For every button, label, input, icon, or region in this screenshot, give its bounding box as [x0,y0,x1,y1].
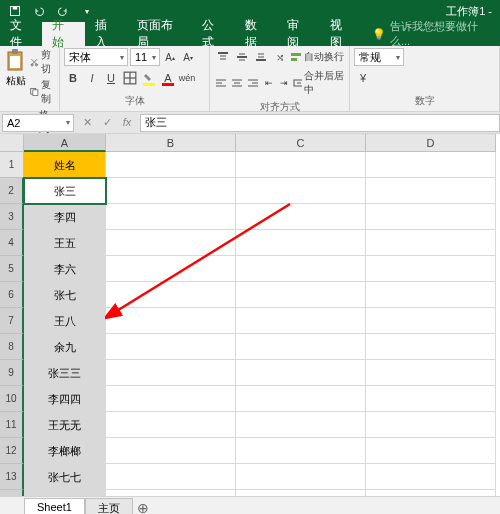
cell[interactable]: 王八八 [24,490,106,496]
cell[interactable] [106,438,236,464]
copy-button[interactable]: 复制 [30,78,55,106]
cell[interactable]: 王无无 [24,412,106,438]
tab-file[interactable]: 文件 [0,22,42,46]
tab-insert[interactable]: 插入 [85,22,127,46]
cell[interactable] [366,490,496,496]
cell[interactable] [366,464,496,490]
col-header-a[interactable]: A [24,134,106,152]
cell[interactable] [366,282,496,308]
font-size-combo[interactable]: 11 [130,48,160,66]
cell[interactable]: 王八 [24,308,106,334]
align-left-icon[interactable] [214,74,229,92]
cell[interactable] [366,204,496,230]
cell[interactable] [366,230,496,256]
cell[interactable]: 余九 [24,334,106,360]
cell[interactable] [236,204,366,230]
cell[interactable] [236,178,366,204]
cell[interactable] [236,256,366,282]
cell[interactable] [236,438,366,464]
cell[interactable] [106,178,236,204]
cell[interactable]: 李六 [24,256,106,282]
row-header[interactable]: 7 [0,308,24,334]
row-header[interactable]: 12 [0,438,24,464]
cancel-icon[interactable]: ✕ [78,116,96,129]
font-name-combo[interactable]: 宋体 [64,48,128,66]
tab-home[interactable]: 开始 [42,22,84,46]
phonetic-button[interactable]: wén [178,69,196,87]
row-header[interactable]: 8 [0,334,24,360]
underline-button[interactable]: U [102,69,120,87]
font-color-button[interactable]: A [159,69,177,87]
border-button[interactable] [121,69,139,87]
col-header-c[interactable]: C [236,134,366,152]
cell[interactable] [106,386,236,412]
italic-button[interactable]: I [83,69,101,87]
cell[interactable]: 张七七 [24,464,106,490]
sheet-tab-2[interactable]: 主页 [85,498,133,515]
cell[interactable] [106,204,236,230]
cell[interactable] [106,334,236,360]
cell[interactable] [106,308,236,334]
sheet-tab-1[interactable]: Sheet1 [24,498,85,514]
align-middle-icon[interactable] [233,48,251,66]
add-sheet-button[interactable]: ⊕ [133,500,153,515]
increase-indent-icon[interactable]: ⇥ [277,74,292,92]
cell[interactable] [236,308,366,334]
cell[interactable] [236,360,366,386]
tab-formula[interactable]: 公式 [192,22,234,46]
row-header[interactable]: 3 [0,204,24,230]
cell[interactable] [236,412,366,438]
cell[interactable] [366,412,496,438]
tab-layout[interactable]: 页面布局 [127,22,192,46]
decrease-font-icon[interactable]: A▾ [180,48,196,66]
cell[interactable] [236,464,366,490]
fx-icon[interactable]: fx [118,116,136,129]
row-header[interactable]: 5 [0,256,24,282]
select-all-corner[interactable] [0,134,24,152]
align-right-icon[interactable] [245,74,260,92]
fill-color-button[interactable] [140,69,158,87]
decrease-indent-icon[interactable]: ⇤ [261,74,276,92]
cell[interactable] [236,230,366,256]
cell[interactable]: 李四四 [24,386,106,412]
tab-data[interactable]: 数据 [235,22,277,46]
cell[interactable]: 王五 [24,230,106,256]
cell[interactable]: 张三三 [24,360,106,386]
cell[interactable] [106,412,236,438]
row-header[interactable]: 9 [0,360,24,386]
cell[interactable]: 李榔榔 [24,438,106,464]
merge-center-button[interactable]: 合并后居中 [293,69,345,97]
cell[interactable] [236,334,366,360]
cell[interactable] [236,282,366,308]
cell[interactable] [366,438,496,464]
cut-button[interactable]: 剪切 [30,48,55,76]
cell[interactable]: 张七 [24,282,106,308]
tab-review[interactable]: 审阅 [277,22,319,46]
cell[interactable] [236,386,366,412]
row-header[interactable]: 6 [0,282,24,308]
row-header[interactable]: 1 [0,152,24,178]
cell[interactable] [106,490,236,496]
align-center-icon[interactable] [230,74,245,92]
tell-me[interactable]: 💡告诉我您想要做什么... [362,22,500,46]
tab-view[interactable]: 视图 [320,22,362,46]
cell[interactable]: 李四 [24,204,106,230]
worksheet-grid[interactable]: A B C D 1姓名2张三3李四4王五5李六6张七7王八8余九9张三三10李四… [0,134,500,496]
row-header[interactable]: 13 [0,464,24,490]
cell[interactable]: 姓名 [24,152,106,178]
cell[interactable] [106,360,236,386]
number-format-combo[interactable]: 常规 [354,48,404,66]
align-top-icon[interactable] [214,48,232,66]
cell[interactable] [366,152,496,178]
cell[interactable] [366,334,496,360]
row-header[interactable]: 10 [0,386,24,412]
cell[interactable] [236,490,366,496]
orientation-icon[interactable]: ⤭ [271,48,289,66]
cell[interactable] [106,464,236,490]
col-header-b[interactable]: B [106,134,236,152]
formula-bar[interactable]: 张三 [140,114,500,132]
bold-button[interactable]: B [64,69,82,87]
row-header[interactable]: 2 [0,178,24,204]
wrap-text-button[interactable]: 自动换行 [290,50,344,64]
cell[interactable] [106,256,236,282]
